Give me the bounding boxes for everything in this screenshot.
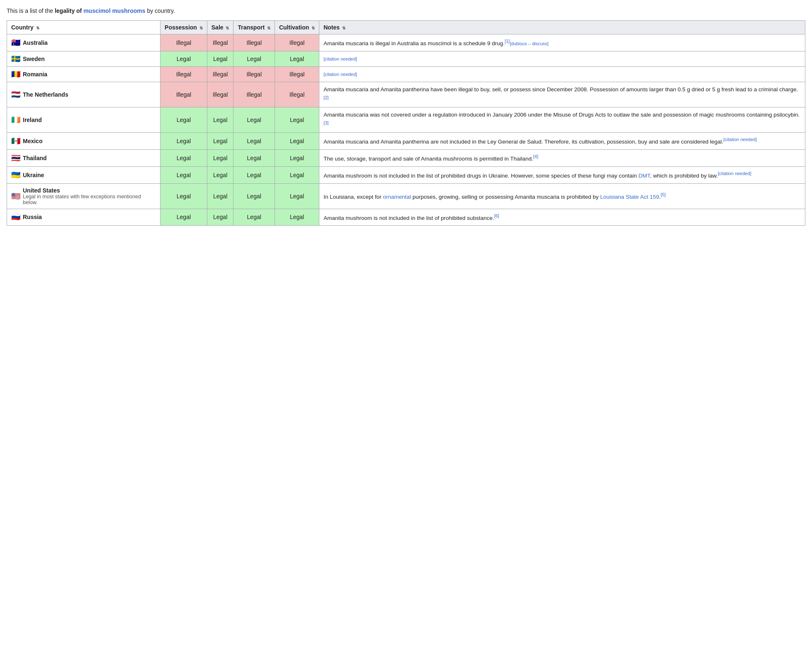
cultivation-status: Illegal bbox=[275, 82, 319, 107]
country-content: 🇸🇪Sweden bbox=[11, 55, 156, 63]
cultivation-status: Legal bbox=[275, 150, 319, 167]
cultivation-status: Legal bbox=[275, 107, 319, 133]
table-row: 🇺🇸United StatesLegal in most states with… bbox=[7, 183, 805, 209]
possession-status: Illegal bbox=[160, 34, 207, 51]
country-cell-australia: 🇦🇺Australia bbox=[7, 34, 160, 51]
flag-icon: 🇦🇺 bbox=[11, 39, 20, 46]
possession-status: Illegal bbox=[160, 82, 207, 107]
notes-cell: The use, storage, transport and sale of … bbox=[319, 150, 805, 167]
ref-sup: [4] bbox=[533, 154, 538, 159]
flag-icon: 🇲🇽 bbox=[11, 137, 20, 145]
country-content: 🇺🇸United StatesLegal in most states with… bbox=[11, 187, 156, 205]
sort-arrow-possession: ⇅ bbox=[199, 26, 203, 30]
table-row: 🇲🇽MexicoLegalLegalLegalLegalAmanita musc… bbox=[7, 133, 805, 150]
sort-arrow-cultivation: ⇅ bbox=[311, 26, 315, 30]
possession-status: Legal bbox=[160, 107, 207, 133]
transport-status: Legal bbox=[233, 107, 275, 133]
flag-icon: 🇷🇺 bbox=[11, 213, 20, 221]
possession-status: Legal bbox=[160, 166, 207, 183]
country-content: 🇲🇽Mexico bbox=[11, 137, 156, 145]
legality-table: Country ⇅ Possession ⇅ Sale ⇅ Transport … bbox=[7, 20, 805, 226]
header-country[interactable]: Country ⇅ bbox=[7, 21, 160, 34]
ref-sup: [6] bbox=[494, 213, 499, 218]
header-transport[interactable]: Transport ⇅ bbox=[233, 21, 275, 34]
header-sale[interactable]: Sale ⇅ bbox=[207, 21, 233, 34]
sale-status: Legal bbox=[207, 107, 233, 133]
citation-needed-sup: [citation needed] bbox=[718, 171, 751, 176]
country-content: 🇦🇺Australia bbox=[11, 39, 156, 46]
transport-status: Legal bbox=[233, 51, 275, 66]
table-row: 🇸🇪SwedenLegalLegalLegalLegal[citation ne… bbox=[7, 51, 805, 66]
country-cell-united-states: 🇺🇸United StatesLegal in most states with… bbox=[7, 183, 160, 209]
sale-status: Legal bbox=[207, 166, 233, 183]
country-content: 🇷🇺Russia bbox=[11, 213, 156, 221]
notes-cell: Amanita muscaria is illegal in Australia… bbox=[319, 34, 805, 51]
ref-1: [1] bbox=[505, 39, 510, 44]
possession-status: Legal bbox=[160, 209, 207, 226]
ref-sup: [2] bbox=[323, 95, 328, 100]
sale-status: Illegal bbox=[207, 67, 233, 82]
country-content: 🇳🇱The Netherlands bbox=[11, 91, 156, 98]
notes-cell: Amanita mushroom is not included in the … bbox=[319, 166, 805, 183]
sort-arrow-notes: ⇅ bbox=[342, 26, 345, 30]
country-name: Romania bbox=[23, 71, 47, 78]
country-cell-sweden: 🇸🇪Sweden bbox=[7, 51, 160, 66]
country-content: 🇺🇦Ukraine bbox=[11, 171, 156, 179]
flag-icon: 🇹🇭 bbox=[11, 154, 20, 162]
muscimol-link[interactable]: muscimol mushrooms bbox=[83, 7, 145, 14]
cultivation-status: Legal bbox=[275, 51, 319, 66]
transport-status: Legal bbox=[233, 183, 275, 209]
possession-status: Illegal bbox=[160, 67, 207, 82]
country-content: 🇷🇴Romania bbox=[11, 71, 156, 78]
table-row: 🇦🇺AustraliaIllegalIllegalIllegalIllegalA… bbox=[7, 34, 805, 51]
transport-status: Illegal bbox=[233, 34, 275, 51]
cultivation-status: Legal bbox=[275, 166, 319, 183]
table-row: 🇷🇺RussiaLegalLegalLegalLegalAmanita mush… bbox=[7, 209, 805, 226]
country-cell-ukraine: 🇺🇦Ukraine bbox=[7, 166, 160, 183]
country-content: 🇮🇪Ireland bbox=[11, 116, 156, 124]
country-name: Australia bbox=[23, 39, 48, 46]
transport-status: Legal bbox=[233, 166, 275, 183]
flag-icon: 🇷🇴 bbox=[11, 71, 20, 78]
notes-cell: In Louisiana, except for ornamental purp… bbox=[319, 183, 805, 209]
table-row: 🇹🇭ThailandLegalLegalLegalLegalThe use, s… bbox=[7, 150, 805, 167]
header-notes[interactable]: Notes ⇅ bbox=[319, 21, 805, 34]
header-cultivation[interactable]: Cultivation ⇅ bbox=[275, 21, 319, 34]
sort-arrow-sale: ⇅ bbox=[226, 26, 229, 30]
header-possession[interactable]: Possession ⇅ bbox=[160, 21, 207, 34]
country-name: Russia bbox=[23, 214, 42, 220]
notes-cell: [citation needed] bbox=[319, 67, 805, 82]
country-name: Mexico bbox=[23, 138, 42, 144]
sale-status: Legal bbox=[207, 209, 233, 226]
sale-status: Illegal bbox=[207, 82, 233, 107]
notes-cell: [citation needed] bbox=[319, 51, 805, 66]
dubious-link[interactable]: [dubious – discuss] bbox=[510, 41, 549, 46]
cultivation-status: Legal bbox=[275, 209, 319, 226]
cultivation-status: Legal bbox=[275, 133, 319, 150]
louisiana-act-link[interactable]: Louisiana State Act 159 bbox=[600, 193, 659, 200]
country-cell-the-netherlands: 🇳🇱The Netherlands bbox=[7, 82, 160, 107]
sale-status: Legal bbox=[207, 150, 233, 167]
flag-icon: 🇮🇪 bbox=[11, 116, 20, 124]
country-cell-thailand: 🇹🇭Thailand bbox=[7, 150, 160, 167]
table-row: 🇳🇱The NetherlandsIllegalIllegalIllegalIl… bbox=[7, 82, 805, 107]
flag-icon: 🇺🇦 bbox=[11, 171, 20, 179]
ornamental-link[interactable]: ornamental bbox=[383, 193, 411, 200]
transport-status: Illegal bbox=[233, 67, 275, 82]
country-name: The Netherlands bbox=[23, 91, 68, 98]
flag-icon: 🇺🇸 bbox=[11, 193, 20, 200]
transport-status: Legal bbox=[233, 209, 275, 226]
notes-cell: Amanita muscaria and Amanita pantherina … bbox=[319, 133, 805, 150]
sort-arrow-transport: ⇅ bbox=[267, 26, 270, 30]
table-row: 🇷🇴RomaniaIllegalIllegalIllegalIllegal[ci… bbox=[7, 67, 805, 82]
sale-status: Illegal bbox=[207, 34, 233, 51]
country-cell-ireland: 🇮🇪Ireland bbox=[7, 107, 160, 133]
flag-icon: 🇳🇱 bbox=[11, 91, 20, 98]
country-cell-mexico: 🇲🇽Mexico bbox=[7, 133, 160, 150]
dmt-link[interactable]: DMT bbox=[639, 172, 650, 178]
citation-needed-sup: [citation needed] bbox=[723, 137, 757, 142]
transport-status: Illegal bbox=[233, 82, 275, 107]
possession-status: Legal bbox=[160, 183, 207, 209]
transport-status: Legal bbox=[233, 150, 275, 167]
sort-arrow-country: ⇅ bbox=[36, 26, 39, 30]
